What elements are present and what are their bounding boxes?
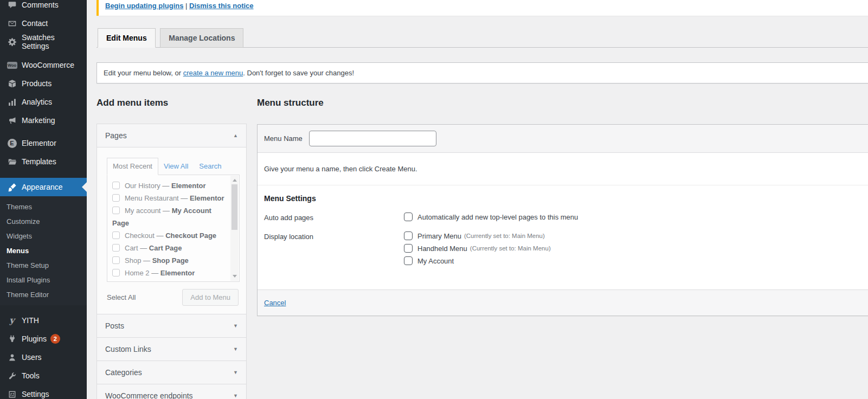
sidebar-item-woocommerce[interactable]: Woo WooCommerce <box>0 56 87 74</box>
page-checkbox-item[interactable]: My account — My Account Page <box>112 204 225 229</box>
sidebar-item-templates[interactable]: Templates <box>0 152 87 171</box>
create-new-menu-link[interactable]: create a new menu <box>183 69 243 77</box>
sidebar-item-comments[interactable]: Comments <box>0 0 87 14</box>
gear-icon <box>7 36 17 47</box>
mail-icon <box>7 18 17 29</box>
pages-accordion-header[interactable]: Pages ▲ <box>97 124 246 147</box>
sidebar-item-label: Comments <box>22 1 59 9</box>
page-checkbox-item[interactable]: Our History — Elementor <box>112 179 225 192</box>
sidebar-item-appearance[interactable]: Appearance <box>0 178 87 196</box>
woocommerce-endpoints-accordion-section: WooCommerce endpoints ▼ <box>97 384 247 399</box>
sidebar-item-swatches-settings[interactable]: Swatches Settings <box>0 33 87 51</box>
checkbox[interactable] <box>112 207 120 214</box>
submenu-item-install-plugins[interactable]: Install Plugins <box>0 273 87 287</box>
posts-accordion-header[interactable]: Posts ▼ <box>97 314 246 337</box>
sidebar-item-label: WooCommerce <box>22 61 74 69</box>
sidebar-item-analytics[interactable]: Analytics <box>0 93 87 111</box>
sidebar-item-label: Marketing <box>22 116 55 125</box>
scrollbar-thumb[interactable] <box>232 184 237 230</box>
menu-name-input[interactable] <box>309 131 436 146</box>
tab-view-all[interactable]: View All <box>158 158 194 175</box>
wrench-icon <box>7 370 17 381</box>
checkbox[interactable] <box>112 269 120 276</box>
settings-sliders-icon <box>7 389 17 399</box>
sidebar-item-yith[interactable]: y YITH <box>0 311 87 330</box>
bar-chart-icon <box>7 96 17 107</box>
page-checkbox-item[interactable]: Cart — Cart Page <box>112 242 225 254</box>
cancel-link[interactable]: Cancel <box>264 299 286 307</box>
woocommerce-icon: Woo <box>7 60 17 70</box>
dismiss-notice-link[interactable]: Dismiss this notice <box>189 2 253 10</box>
scroll-up-arrow[interactable] <box>233 179 237 182</box>
page-checkbox-item[interactable]: Shop — Shop Page <box>112 254 225 267</box>
submenu-item-theme-editor[interactable]: Theme Editor <box>0 287 87 302</box>
accordion-label: Custom Links <box>105 345 151 353</box>
checkbox-label: Automatically add new top-level pages to… <box>417 213 578 221</box>
sidebar-item-label: Plugins <box>22 334 47 343</box>
add-to-menu-button[interactable]: Add to Menu <box>182 289 239 306</box>
sidebar-item-elementor[interactable]: E Elementor <box>0 134 87 152</box>
page-checkbox-item[interactable]: Home 2 — Elementor <box>112 267 225 279</box>
menu-structure-column: Menu structure Menu Name Give your menu … <box>257 83 868 316</box>
tab-search[interactable]: Search <box>194 158 227 175</box>
sidebar-item-contact[interactable]: Contact <box>0 14 87 33</box>
sidebar-item-users[interactable]: Users <box>0 348 87 366</box>
checkbox-label: Primary Menu <box>417 232 461 240</box>
sidebar-item-tools[interactable]: Tools <box>0 366 87 385</box>
megaphone-icon <box>7 115 17 126</box>
checkbox[interactable] <box>112 244 120 252</box>
checkbox[interactable] <box>112 182 120 189</box>
primary-menu-option[interactable]: Primary Menu (Currently set to: Main Men… <box>404 231 551 240</box>
submenu-item-widgets[interactable]: Widgets <box>0 229 87 243</box>
user-icon <box>7 352 17 363</box>
checkbox[interactable] <box>404 244 413 253</box>
sidebar-item-plugins[interactable]: Plugins 2 <box>0 330 87 348</box>
notice-divider: | <box>185 2 187 10</box>
sidebar-item-label: Appearance <box>22 183 63 191</box>
menu-help-text: Give your menu a name, then click Create… <box>258 153 868 185</box>
menu-settings-title: Menu Settings <box>264 194 862 203</box>
select-all-link[interactable]: Select All <box>107 293 136 301</box>
submenu-item-menus[interactable]: Menus <box>0 243 87 258</box>
categories-accordion-header[interactable]: Categories ▼ <box>97 361 246 384</box>
sidebar-separator <box>0 171 87 178</box>
pages-accordion-body: Most Recent View All Search Our History … <box>97 147 246 314</box>
sidebar-item-settings[interactable]: Settings <box>0 385 87 399</box>
checkbox[interactable] <box>112 194 120 202</box>
my-account-option[interactable]: My Account <box>404 256 551 265</box>
woocommerce-endpoints-accordion-header[interactable]: WooCommerce endpoints ▼ <box>97 384 246 399</box>
sidebar-item-marketing[interactable]: Marketing <box>0 111 87 130</box>
menu-name-row: Menu Name <box>258 125 868 153</box>
page-checkbox-item[interactable]: Menu Restaurant — Elementor <box>112 192 225 204</box>
tab-manage-locations[interactable]: Manage Locations <box>160 28 243 48</box>
submenu-item-themes[interactable]: Themes <box>0 200 87 214</box>
tab-most-recent[interactable]: Most Recent <box>107 158 158 175</box>
sidebar-separator <box>0 130 87 134</box>
sidebar-item-products[interactable]: Products <box>0 74 87 93</box>
plugin-update-notice: Begin updating plugins | Dismiss this no… <box>97 0 868 16</box>
custom-links-accordion-section: Custom Links ▼ <box>97 337 247 361</box>
submenu-item-customize[interactable]: Customize <box>0 214 87 229</box>
auto-add-pages-option[interactable]: Automatically add new top-level pages to… <box>404 213 578 221</box>
checkbox[interactable] <box>404 213 413 221</box>
checkbox[interactable] <box>112 231 120 239</box>
custom-links-accordion-header[interactable]: Custom Links ▼ <box>97 338 246 361</box>
checkbox-label: My Account <box>417 257 454 265</box>
chevron-down-icon: ▼ <box>233 370 238 375</box>
checkbox[interactable] <box>404 256 413 265</box>
sidebar-item-label: Templates <box>22 157 56 166</box>
page-checkbox-item[interactable]: Checkout — Checkout Page <box>112 229 225 242</box>
pages-button-controls: Select All Add to Menu <box>107 282 240 313</box>
tab-edit-menus[interactable]: Edit Menus <box>98 28 156 48</box>
menu-edit-footer: Cancel <box>258 289 868 316</box>
checkbox[interactable] <box>112 256 120 264</box>
sidebar-item-label: Settings <box>22 390 49 398</box>
begin-updating-plugins-link[interactable]: Begin updating plugins <box>105 2 183 10</box>
handheld-menu-option[interactable]: Handheld Menu (Currently set to: Main Me… <box>404 244 551 253</box>
pages-accordion-section: Pages ▲ Most Recent View All Search Our … <box>97 124 247 314</box>
checkbox[interactable] <box>404 231 413 240</box>
sidebar-separator <box>0 51 87 56</box>
scroll-down-arrow[interactable] <box>233 275 237 278</box>
submenu-item-theme-setup[interactable]: Theme Setup <box>0 258 87 273</box>
sidebar-item-label: Tools <box>22 371 40 380</box>
